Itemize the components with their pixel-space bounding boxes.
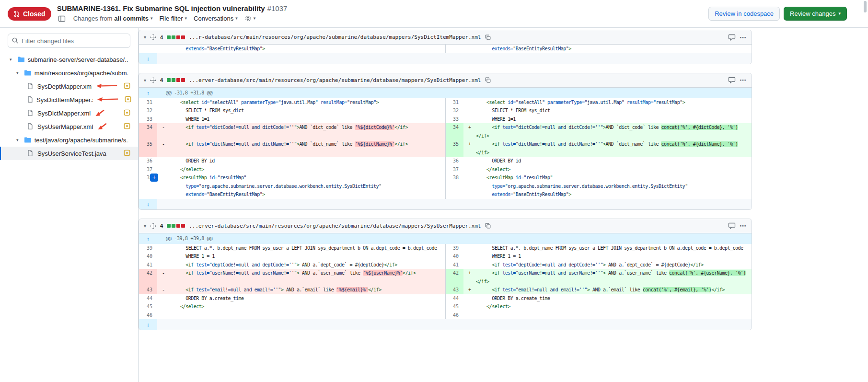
file-filter-dropdown[interactable]: File filter ▾ <box>159 15 187 22</box>
file-tree-dir[interactable]: ▾main/resources/org/apache/subm... <box>0 66 138 80</box>
conversations-dropdown[interactable]: Conversations ▾ <box>194 15 238 22</box>
file-tree-dir[interactable]: ▾submarine-server/server-database/... <box>0 53 138 66</box>
line-number[interactable]: 33 <box>445 115 463 124</box>
file-tree-item[interactable]: SysDictItemMapper.xml <box>0 93 138 106</box>
line-number[interactable] <box>445 45 463 53</box>
copy-path-button[interactable] <box>485 222 491 229</box>
drag-handle-icon[interactable] <box>150 223 156 229</box>
file-name-label: SysUserMapper.xml <box>37 123 93 130</box>
code-line: </select> <box>157 302 445 311</box>
expand-up-button[interactable]: ↑ <box>139 88 157 98</box>
collapse-file-button[interactable]: ▾ <box>144 223 146 229</box>
file-tree-dir[interactable]: ▾test/java/org/apache/submarine/s... <box>0 133 138 147</box>
copy-path-button[interactable] <box>485 34 491 41</box>
file-comment-button[interactable] <box>728 222 736 230</box>
file-options-button[interactable]: ⋯ <box>740 76 747 84</box>
code-line: WHERE 1=1 <box>157 115 445 124</box>
diff-row: 4646 <box>139 311 752 320</box>
caret-down-icon: ▾ <box>185 16 187 21</box>
hunk-header: @@ -31,8 +31,8 @@ <box>157 88 752 98</box>
review-in-codespace-button[interactable]: Review in codespace <box>708 7 780 21</box>
review-changes-button[interactable]: Review changes ▾ <box>784 7 847 21</box>
code-line: <resultMap id="resultMap" type="org.apac… <box>463 174 752 199</box>
line-number[interactable]: 35 <box>139 140 157 157</box>
line-number[interactable]: 44 <box>445 294 463 303</box>
diffstat-square <box>167 35 171 39</box>
line-number[interactable]: 40 <box>139 252 157 261</box>
line-number[interactable]: 38 <box>445 174 463 199</box>
filter-changed-files-input[interactable] <box>8 34 130 48</box>
expand-down-button[interactable]: ↓ <box>139 319 157 330</box>
file-comment-button[interactable] <box>728 76 736 84</box>
line-number[interactable]: 46 <box>139 311 157 320</box>
line-number[interactable]: 43 <box>139 286 157 294</box>
line-number[interactable]: 36 <box>445 157 463 165</box>
diff-sign: + <box>468 123 471 132</box>
line-number[interactable]: 32 <box>445 106 463 115</box>
chevron-down-icon[interactable]: ▾ <box>10 57 14 62</box>
line-number[interactable]: 32 <box>139 106 157 115</box>
code-line: - <if test="dictCode!=null and dictCode!… <box>157 123 445 140</box>
expand-row: ↓ <box>139 319 752 330</box>
add-comment-button[interactable]: + <box>150 174 158 182</box>
file-tree-item[interactable]: SysDeptMapper.xml <box>0 80 138 93</box>
code-line: - <if test="email!=null and email!=''"> … <box>157 286 445 294</box>
chevron-down-icon[interactable]: ▾ <box>16 138 21 142</box>
file-name-label: SysDictItemMapper.xml <box>36 96 93 104</box>
code-line: WHERE 1 = 1 <box>463 252 752 261</box>
drag-handle-icon[interactable] <box>150 77 156 83</box>
drag-handle-icon[interactable] <box>150 34 156 40</box>
diff-settings-button[interactable]: ▾ <box>244 15 256 22</box>
line-number[interactable]: 33 <box>139 115 157 124</box>
changes-from-dropdown[interactable]: Changes from all commits ▾ <box>73 15 153 22</box>
file-tree: ▾submarine-server/server-database/...▾ma… <box>0 53 138 160</box>
line-number[interactable]: 45 <box>445 302 463 311</box>
file-tree-toggle-button[interactable] <box>57 14 67 23</box>
caret-down-icon: ▾ <box>150 16 153 21</box>
scrollbar-thumb[interactable] <box>864 1 867 12</box>
line-number[interactable]: 34 <box>139 123 157 140</box>
collapse-file-button[interactable]: ▾ <box>144 35 146 40</box>
chevron-down-icon[interactable]: ▾ <box>16 70 21 75</box>
expand-row-space <box>157 319 752 330</box>
file-tree-item[interactable]: SysUserMapper.xml <box>0 120 138 133</box>
line-number[interactable]: 39 <box>445 244 463 253</box>
expand-down-button[interactable]: ↓ <box>139 199 157 209</box>
expand-up-button[interactable]: ↑ <box>139 234 157 244</box>
line-number[interactable]: 37 <box>139 165 157 174</box>
diffstat-square <box>176 35 180 39</box>
file-options-button[interactable]: ⋯ <box>740 222 747 230</box>
line-number[interactable]: 31 <box>445 98 463 107</box>
line-number[interactable] <box>139 45 157 53</box>
line-number[interactable]: 43 <box>445 286 463 294</box>
changed-lines-count: 4 <box>160 223 163 229</box>
file-comment-button[interactable] <box>728 34 736 41</box>
line-number[interactable]: 31 <box>139 98 157 107</box>
line-number[interactable]: 45 <box>139 302 157 311</box>
line-number[interactable]: 46 <box>445 311 463 320</box>
copy-path-button[interactable] <box>485 77 491 83</box>
file-tree-item[interactable]: SysUserServiceTest.java <box>0 147 138 160</box>
line-number[interactable]: 37 <box>445 165 463 174</box>
file-icon <box>27 109 35 117</box>
file-options-button[interactable]: ⋯ <box>740 34 747 41</box>
collapse-file-button[interactable]: ▾ <box>144 78 146 83</box>
line-number[interactable]: 41 <box>139 261 157 269</box>
line-number[interactable]: 34 <box>445 123 463 140</box>
line-number[interactable]: 44 <box>139 294 157 303</box>
line-number[interactable]: 41 <box>445 261 463 269</box>
line-number[interactable]: 42 <box>139 269 157 286</box>
line-number[interactable]: 39 <box>139 244 157 253</box>
modified-file-icon <box>124 150 131 157</box>
diffstat-square <box>167 224 171 228</box>
expand-down-button[interactable]: ↓ <box>139 53 157 64</box>
line-number[interactable]: 36 <box>139 157 157 165</box>
diff-sign: + <box>468 269 471 278</box>
expand-gutter: ↓ <box>139 53 157 64</box>
line-number[interactable]: 35 <box>445 140 463 157</box>
line-number[interactable]: 40 <box>445 252 463 261</box>
file-tree-item[interactable]: SysDictMapper.xml <box>0 106 138 120</box>
content-area: ▾submarine-server/server-database/...▾ma… <box>0 28 868 382</box>
line-number[interactable]: 42 <box>445 269 463 286</box>
code-line: SELECT * FROM sys_dict <box>463 106 752 115</box>
